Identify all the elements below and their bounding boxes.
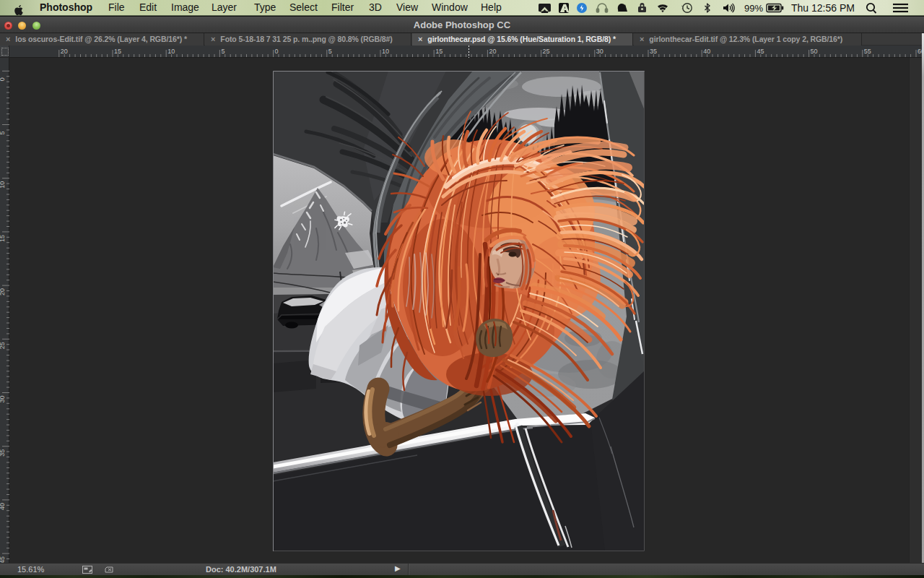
svg-text:35: 35 (650, 48, 657, 55)
svg-text:0: 0 (0, 77, 6, 81)
svg-text:10: 10 (167, 48, 175, 55)
svg-text:15: 15 (0, 235, 6, 242)
svg-text:40: 40 (703, 48, 710, 55)
svg-text:45: 45 (0, 556, 6, 563)
svg-text:15: 15 (114, 48, 121, 55)
svg-text:35: 35 (0, 449, 6, 457)
svg-text:55: 55 (864, 48, 871, 55)
svg-text:20: 20 (489, 48, 496, 55)
svg-text:25: 25 (0, 342, 6, 349)
svg-text:10: 10 (0, 181, 6, 189)
svg-text:Thu 12:56 PM: Thu 12:56 PM (791, 2, 855, 14)
svg-text:20: 20 (61, 48, 68, 55)
svg-text:45: 45 (757, 48, 764, 55)
svg-text:5: 5 (0, 131, 6, 134)
svg-text:10: 10 (382, 48, 389, 55)
svg-text:99%: 99% (744, 3, 763, 14)
svg-text:30: 30 (0, 395, 6, 402)
svg-text:20: 20 (0, 288, 6, 296)
svg-text:5: 5 (328, 48, 332, 55)
svg-text:50: 50 (811, 48, 818, 55)
svg-text:0: 0 (275, 48, 279, 55)
svg-text:15: 15 (435, 48, 443, 55)
svg-text:25: 25 (543, 48, 550, 55)
svg-text:40: 40 (0, 503, 6, 510)
svg-text:30: 30 (596, 48, 603, 55)
svg-text:5: 5 (221, 48, 225, 55)
